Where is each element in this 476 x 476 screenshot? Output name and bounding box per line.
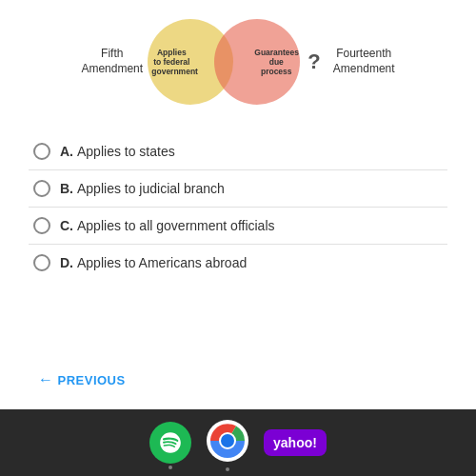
- radio-b[interactable]: [33, 180, 50, 197]
- main-content: Fifth Amendment Applies to federal gover…: [0, 0, 476, 409]
- svg-point-2: [221, 434, 234, 447]
- choice-a[interactable]: A.Applies to states: [29, 133, 447, 170]
- yahoo-label: yahoo!: [273, 435, 317, 450]
- chrome-dot: [226, 467, 229, 471]
- left-amendment-label: Fifth Amendment: [76, 47, 148, 76]
- chrome-icon[interactable]: [207, 420, 248, 462]
- choice-a-text: A.Applies to states: [60, 144, 175, 159]
- question-mark: ?: [307, 50, 320, 74]
- spotify-dot: [169, 466, 172, 469]
- right-amendment-label: Fourteenth Amendment: [328, 47, 400, 76]
- prev-button-label: PREVIOUS: [58, 373, 126, 387]
- choice-b-text: B.Applies to judicial branch: [60, 181, 225, 196]
- spotify-icon-container[interactable]: [149, 422, 191, 464]
- choice-b[interactable]: B.Applies to judicial branch: [29, 170, 447, 208]
- choice-c-text: C.Applies to all government officials: [60, 218, 275, 233]
- radio-a[interactable]: [33, 143, 50, 160]
- previous-button[interactable]: ← PREVIOUS: [38, 371, 438, 388]
- choice-d[interactable]: D.Applies to Americans abroad: [29, 245, 447, 281]
- yahoo-button[interactable]: yahoo!: [264, 429, 327, 456]
- venn-diagram-section: Fifth Amendment Applies to federal gover…: [19, 10, 457, 124]
- prev-section: ← PREVIOUS: [19, 364, 457, 400]
- left-circle-text: Applies to federal government: [151, 48, 191, 77]
- spotify-svg: [158, 430, 183, 455]
- venn-circles: Applies to federal government Guarantees…: [148, 19, 300, 105]
- taskbar: yahoo!: [0, 409, 476, 476]
- chrome-icon-container[interactable]: [207, 420, 248, 466]
- choices-section: A.Applies to states B.Applies to judicia…: [19, 124, 457, 364]
- radio-d[interactable]: [33, 254, 50, 271]
- prev-arrow-icon: ←: [38, 371, 54, 388]
- choice-d-text: D.Applies to Americans abroad: [60, 255, 247, 270]
- choice-c[interactable]: C.Applies to all government officials: [29, 208, 447, 245]
- radio-c[interactable]: [33, 217, 50, 234]
- right-circle-text: Guarantees due process: [254, 48, 298, 77]
- spotify-icon[interactable]: [149, 422, 191, 464]
